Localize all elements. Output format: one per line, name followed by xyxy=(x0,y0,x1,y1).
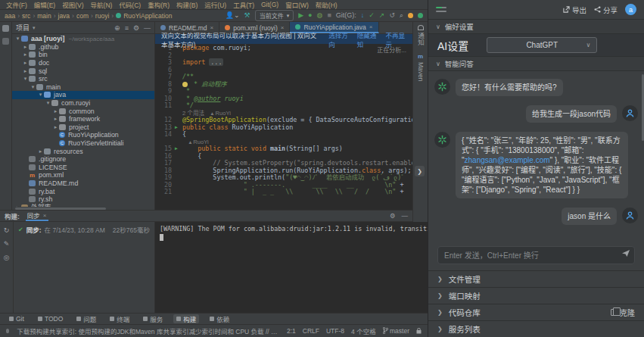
menu-item[interactable]: 构建(B) xyxy=(173,0,201,9)
breadcrumb-item[interactable]: src xyxy=(22,12,30,20)
tree-arrow-icon[interactable]: ▸ xyxy=(52,116,59,122)
toolwindow-问题[interactable]: 问题 xyxy=(73,314,99,323)
section-文件管理[interactable]: ❯文件管理 xyxy=(428,270,644,287)
status-segment[interactable]: 2:1 xyxy=(287,327,296,335)
menu-item[interactable]: 工具(T) xyxy=(230,0,257,9)
breadcrumb-item[interactable]: ruoyi xyxy=(95,12,109,20)
message-bubble[interactable]: { "姓名": "张三", "年龄": 25, "性别": "男", "联系方式… xyxy=(456,132,628,198)
tree-arrow-icon[interactable]: ▸ xyxy=(22,68,29,74)
model-dropdown[interactable]: ChatGPT ∨ xyxy=(487,37,597,53)
breadcrumb-item[interactable]: java xyxy=(58,12,70,20)
breadcrumb-item[interactable]: aaa xyxy=(5,12,15,20)
collapse-all-icon[interactable]: ≡ xyxy=(125,24,129,32)
build-tab-sync[interactable]: 同步× xyxy=(26,211,48,221)
tree-item-bin[interactable]: ▸bin xyxy=(12,51,154,59)
section-preferences[interactable]: ∨ 偏好设置 xyxy=(428,20,644,34)
git-update-icon[interactable]: ↓ xyxy=(361,12,365,19)
send-icon[interactable] xyxy=(621,249,630,257)
commit-toolwindow-icon[interactable] xyxy=(2,38,9,45)
tree-item-com.ruoyi[interactable]: ▾com.ruoyi xyxy=(12,99,154,108)
menu-item[interactable]: 帮助(H) xyxy=(313,0,341,9)
chat-input[interactable] xyxy=(437,246,635,264)
pin-icon[interactable]: ✎ xyxy=(4,240,10,248)
tree-item-aaaruoyi[interactable]: ▾aaa [ruoyi]~/workspace/aaa xyxy=(12,35,154,43)
toolwindow-服务[interactable]: 服务 xyxy=(140,314,166,323)
menu-icon[interactable] xyxy=(436,7,446,12)
close-icon[interactable]: × xyxy=(43,212,47,219)
section-服务列表[interactable]: ❯服务列表 xyxy=(428,320,644,337)
update-notification-dot[interactable] xyxy=(408,13,413,18)
menu-item[interactable]: 编辑(E) xyxy=(31,0,58,9)
tree-arrow-icon[interactable]: ▸ xyxy=(22,60,29,66)
tree-arrow-icon[interactable]: ▸ xyxy=(14,204,21,207)
git-commit-icon[interactable]: ✓ xyxy=(369,12,375,19)
tree-item-java[interactable]: ▾java xyxy=(12,91,154,99)
tree-item-readme.md[interactable]: README.md xyxy=(12,179,154,188)
tree-item-pom.xml[interactable]: mpom.xml xyxy=(12,171,154,179)
filter-icon[interactable]: ◎ xyxy=(4,254,10,261)
tree-item-sql[interactable]: ▸sql xyxy=(12,67,154,75)
tree-arrow-icon[interactable]: ▾ xyxy=(45,100,51,106)
code-editor[interactable]: 正在分析... 1package com.ruoyi;23import ...6… xyxy=(155,44,412,210)
user-avatar[interactable]: a xyxy=(625,4,636,15)
message-text-link[interactable]: zhangsan@example.com xyxy=(465,156,550,164)
tree-arrow-icon[interactable]: ▸ xyxy=(37,148,44,154)
message-bubble[interactable]: 您好！有什么需要帮助的吗? xyxy=(456,79,563,96)
toolwindow-依赖[interactable]: 依赖 xyxy=(207,314,232,323)
project-tab-label[interactable]: 项目 xyxy=(16,23,30,33)
run-gutter-icon[interactable]: ▶ xyxy=(175,145,178,153)
breadcrumb-file[interactable]: RuoYiApplication xyxy=(123,12,172,20)
maven-toolwindow[interactable]: m Maven xyxy=(417,53,425,82)
run-gutter-icon[interactable]: ▶ xyxy=(175,124,178,132)
tree-item-src[interactable]: ▾src xyxy=(12,75,154,83)
locate-icon[interactable]: ⊕ xyxy=(114,24,120,32)
tree-item-framework[interactable]: ▸framework xyxy=(12,115,154,123)
coverage-icon[interactable]: ◍ xyxy=(317,12,323,19)
menu-item[interactable]: 运行(U) xyxy=(201,0,229,9)
debug-icon[interactable]: ● xyxy=(308,12,312,19)
tree-item-.gitignore[interactable]: .gitignore xyxy=(12,155,154,164)
feature-flag-dot[interactable] xyxy=(418,13,423,18)
tree-arrow-icon[interactable]: ▸ xyxy=(52,124,59,130)
minimize-icon[interactable]: — xyxy=(402,212,409,220)
menu-item[interactable]: 导航(N) xyxy=(88,0,116,9)
run-config-selector[interactable]: 当前文件▾ xyxy=(255,10,294,21)
intention-bulb-icon[interactable] xyxy=(182,82,188,87)
git-push-icon[interactable]: ↗ xyxy=(379,12,385,19)
tree-item-license[interactable]: LICENSE xyxy=(12,164,154,172)
status-segment[interactable]: CRLF xyxy=(303,327,319,335)
menu-item[interactable]: 视图(V) xyxy=(59,0,86,9)
clone-button[interactable]: 克隆 xyxy=(611,307,635,318)
section-代码仓库[interactable]: ❯代码仓库克隆 xyxy=(428,304,644,320)
toolwindow-终端[interactable]: 终端 xyxy=(107,314,132,323)
notifications-toolwindow[interactable]: 通知 xyxy=(416,25,425,45)
settings-gear-icon[interactable]: ⚙ xyxy=(390,212,396,220)
message-bubble[interactable]: jason 是什么 xyxy=(562,208,617,225)
status-segment[interactable]: 4 个空格 xyxy=(351,326,376,335)
history-icon[interactable]: ↺ xyxy=(389,12,395,19)
message-bubble[interactable]: 给我生成一段jason代码 xyxy=(526,105,617,123)
menu-item[interactable]: 窗口(W) xyxy=(282,0,312,9)
tree-arrow-icon[interactable]: ▾ xyxy=(14,36,21,42)
menu-item[interactable]: 代码(C) xyxy=(116,0,144,9)
settings-gear-icon[interactable]: ⚙ xyxy=(133,24,139,32)
refresh-icon[interactable]: ↻ xyxy=(4,226,10,234)
share-button[interactable]: 分享 xyxy=(594,5,618,15)
section-端口映射[interactable]: ❯端口映射 xyxy=(428,287,644,304)
tree-arrow-icon[interactable]: ▸ xyxy=(52,108,59,114)
menu-item[interactable]: 文件(F) xyxy=(3,0,30,9)
build-hammer-icon[interactable]: ⚒ xyxy=(244,12,250,19)
tree-arrow-icon[interactable]: ▸ xyxy=(22,44,29,50)
git-branch-indicator[interactable]: master xyxy=(383,327,409,335)
breadcrumb-item[interactable]: main xyxy=(37,12,51,20)
tree-item-ruoyiservletinitiali[interactable]: CRuoYiServletInitiali xyxy=(12,139,154,148)
profile-icon[interactable]: 👤⌄ xyxy=(226,12,240,19)
tree-item-ruoyiapplication[interactable]: CRuoYiApplication xyxy=(12,131,154,139)
run-icon[interactable]: ▶ xyxy=(298,12,303,19)
tree-item-doc[interactable]: ▸doc xyxy=(12,59,154,67)
menu-item[interactable]: 重构(R) xyxy=(145,0,173,9)
tree-arrow-icon[interactable]: ▾ xyxy=(22,76,29,82)
tree-arrow-icon[interactable]: ▾ xyxy=(30,84,36,90)
status-message[interactable]: 下载预构建共享索引: 使用预构建的JDK和Maven 库共享索引减少索引时间和 … xyxy=(17,326,279,335)
menu-item[interactable]: Git(G) xyxy=(258,1,282,8)
